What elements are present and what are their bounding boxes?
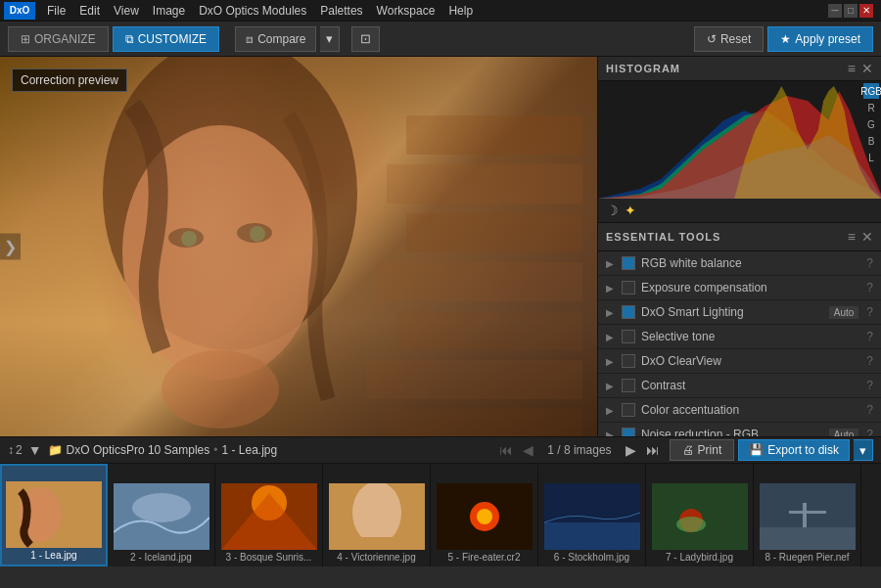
- svg-rect-11: [396, 311, 582, 350]
- tools-menu-icon[interactable]: ≡: [848, 229, 856, 245]
- tool-help-contrast[interactable]: ?: [866, 379, 873, 392]
- tool-help-noise-reduction[interactable]: ?: [866, 428, 873, 436]
- channel-b-button[interactable]: B: [863, 133, 879, 149]
- filmstrip-item-1[interactable]: 1 - Lea.jpg: [0, 464, 108, 566]
- export-button[interactable]: 💾 Export to disk: [738, 439, 850, 461]
- tool-checkbox-rgb-white-balance[interactable]: [622, 256, 635, 270]
- tool-row-selective-tone[interactable]: ▶ Selective tone ?: [598, 325, 881, 349]
- channel-l-button[interactable]: L: [863, 150, 879, 165]
- apply-preset-button[interactable]: ★ Apply preset: [767, 26, 873, 52]
- tool-name-noise-reduction: Noise reduction - RGB: [641, 428, 829, 436]
- filmstrip-item-4[interactable]: 4 - Victorienne.jpg: [323, 464, 431, 566]
- tool-checkbox-color-accentuation[interactable]: [622, 403, 635, 417]
- sort-button[interactable]: ↕ 2: [8, 443, 23, 457]
- tool-help-clearview[interactable]: ?: [866, 354, 873, 368]
- tool-row-rgb-white-balance[interactable]: ▶ RGB white balance ?: [598, 251, 881, 276]
- compare-label: Compare: [257, 32, 305, 46]
- channel-r-button[interactable]: R: [863, 100, 879, 115]
- tool-checkbox-noise-reduction[interactable]: [622, 428, 635, 436]
- tool-expand-icon-2: ▶: [606, 283, 618, 294]
- tool-help-exposure[interactable]: ?: [866, 281, 873, 294]
- filmstrip-label-4: 4 - Victorienne.jpg: [327, 552, 426, 563]
- compare-button[interactable]: ⧈ Compare: [235, 26, 316, 52]
- filmstrip-item-7[interactable]: 7 - Ladybird.jpg: [646, 464, 754, 566]
- histogram-menu-icon[interactable]: ≡: [848, 61, 856, 76]
- menu-palettes[interactable]: Palettes: [314, 2, 368, 20]
- tool-expand-icon-4: ▶: [606, 332, 618, 342]
- reset-icon: ↺: [707, 32, 717, 46]
- filmstrip-thumb-1: [6, 481, 102, 548]
- filmstrip-thumb-8: [760, 483, 856, 550]
- histogram-header: HISTOGRAM ≡ ✕: [598, 57, 881, 81]
- channel-g-button[interactable]: G: [863, 116, 879, 132]
- menu-help[interactable]: Help: [442, 2, 479, 20]
- window-close[interactable]: ✕: [859, 4, 873, 18]
- customize-button[interactable]: ⧉ CUSTOMIZE: [113, 26, 219, 52]
- tool-row-clearview[interactable]: ▶ DxO ClearView ?: [598, 349, 881, 374]
- preview-image: [0, 57, 597, 436]
- preset-icon: ★: [780, 32, 791, 46]
- tool-checkbox-exposure[interactable]: [622, 281, 635, 294]
- menu-view[interactable]: View: [108, 2, 145, 20]
- filmstrip-item-5[interactable]: 5 - Fire-eater.cr2: [431, 464, 538, 566]
- menu-dxo-optics[interactable]: DxO Optics Modules: [193, 2, 312, 20]
- histogram-body: RGB R G B L: [598, 81, 881, 199]
- tool-help-color-accentuation[interactable]: ?: [866, 403, 873, 417]
- tool-row-smart-lighting[interactable]: ▶ DxO Smart Lighting Auto ?: [598, 300, 881, 325]
- tool-row-contrast[interactable]: ▶ Contrast ?: [598, 374, 881, 398]
- histogram-chart: [598, 81, 881, 199]
- tool-checkbox-smart-lighting[interactable]: [622, 305, 635, 319]
- export-dropdown-button[interactable]: ▾: [854, 439, 873, 461]
- right-panel: HISTOGRAM ≡ ✕: [597, 57, 881, 436]
- moon-icon[interactable]: ☽: [606, 203, 619, 218]
- tool-row-noise-reduction[interactable]: ▶ Noise reduction - RGB Auto ?: [598, 423, 881, 436]
- tool-help-smart-lighting[interactable]: ?: [866, 305, 873, 319]
- filmstrip-item-3[interactable]: 3 - Bosque Sunris...: [215, 464, 323, 566]
- viewer-button[interactable]: ⊡: [351, 26, 380, 52]
- menu-file[interactable]: File: [41, 2, 71, 20]
- folder-icon: 📁: [48, 443, 63, 457]
- compare-dropdown-button[interactable]: ▾: [320, 26, 340, 52]
- nav-last-button[interactable]: ⏭: [642, 440, 664, 460]
- channel-rgb-button[interactable]: RGB: [863, 83, 879, 99]
- nav-prev-button[interactable]: ◀: [519, 440, 537, 460]
- reset-button[interactable]: ↺ Reset: [694, 26, 764, 52]
- menu-image[interactable]: Image: [147, 2, 191, 20]
- menu-workspace[interactable]: Workspace: [371, 2, 441, 20]
- svg-rect-9: [406, 213, 582, 252]
- svg-rect-13: [387, 409, 582, 436]
- menu-edit[interactable]: Edit: [73, 2, 106, 20]
- filmstrip-label-7: 7 - Ladybird.jpg: [650, 552, 749, 563]
- tool-checkbox-clearview[interactable]: [622, 354, 635, 368]
- portrait-svg: [0, 57, 597, 436]
- tool-help-rgb-white-balance[interactable]: ?: [866, 256, 873, 270]
- sort-icon: ↕: [8, 443, 14, 457]
- histogram-close-icon[interactable]: ✕: [861, 61, 873, 76]
- filmstrip-label-3: 3 - Bosque Sunris...: [219, 552, 318, 563]
- histogram-footer: ☽ ✦: [598, 199, 881, 222]
- filmstrip-item-8[interactable]: 8 - Ruegen Pier.nef: [754, 464, 861, 566]
- window-maximize[interactable]: □: [844, 4, 858, 18]
- tool-checkbox-selective-tone[interactable]: [622, 330, 635, 343]
- tool-row-exposure[interactable]: ▶ Exposure compensation ?: [598, 276, 881, 300]
- print-button[interactable]: 🖨 Print: [670, 439, 735, 461]
- tool-row-color-accentuation[interactable]: ▶ Color accentuation ?: [598, 398, 881, 423]
- filmstrip-item-2[interactable]: 2 - Iceland.jpg: [108, 464, 215, 566]
- window-minimize[interactable]: ─: [828, 4, 842, 18]
- filter-button[interactable]: ▼: [28, 442, 42, 458]
- tool-checkbox-contrast[interactable]: [622, 379, 635, 392]
- svg-point-31: [676, 517, 706, 532]
- sun-icon[interactable]: ✦: [625, 203, 636, 218]
- filmstrip-item-6[interactable]: 6 - Stockholm.jpg: [538, 464, 646, 566]
- nav-first-button[interactable]: ⏮: [495, 440, 517, 460]
- tools-close-icon[interactable]: ✕: [861, 229, 873, 245]
- nav-next-button[interactable]: ▶: [622, 440, 640, 460]
- tool-name-selective-tone: Selective tone: [641, 330, 862, 343]
- filmstrip-thumb-4: [329, 483, 425, 550]
- tool-help-selective-tone[interactable]: ?: [866, 330, 873, 343]
- menubar: DxO File Edit View Image DxO Optics Modu…: [0, 0, 881, 22]
- organize-button[interactable]: ⊞ ORGANIZE: [8, 26, 109, 52]
- scroll-left-arrow[interactable]: ❯: [0, 234, 21, 260]
- svg-point-5: [250, 226, 265, 242]
- main-area: Correction preview: [0, 57, 881, 436]
